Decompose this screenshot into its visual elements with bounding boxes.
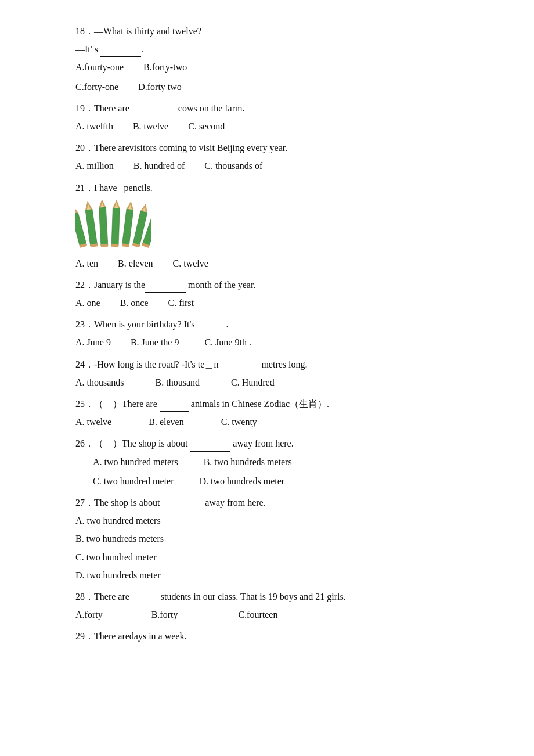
svg-rect-16	[122, 208, 134, 246]
q24-option-b: B. thousand	[156, 377, 200, 387]
svg-rect-11	[101, 243, 108, 247]
question-18: 18．—What is thirty and twelve? —It' s . …	[75, 23, 476, 95]
q20-option-b: B. hundred of	[134, 161, 185, 171]
q18-options-2: C.forty-one D.forty two	[75, 79, 476, 95]
q25-options: A. twelve B. eleven C. twenty	[75, 414, 476, 430]
q25-text: 25．（ ）There are animals in Chinese Zodia…	[75, 396, 476, 412]
q24-option-a: A. thousands	[75, 377, 124, 387]
question-29: 29．There aredays in a week.	[75, 628, 476, 644]
q21-text: 21．I have pencils.	[75, 180, 476, 196]
q28-blank	[132, 604, 161, 604]
q22-option-c: C. first	[168, 298, 194, 308]
q28-option-c: C.fourteen	[238, 610, 277, 620]
q27-option-d: D. two hundreds meter	[75, 567, 476, 583]
q25-blank	[160, 411, 189, 412]
q25-option-c: C. twenty	[221, 417, 257, 427]
q26-options-row2: C. two hundred meter D. two hundreds met…	[93, 473, 476, 489]
q23-blank	[197, 332, 226, 332]
svg-rect-12	[111, 207, 120, 245]
q26-options-row1: A. two hundred meters B. two hundreds me…	[93, 454, 476, 470]
q20-option-a: A. million	[75, 161, 114, 171]
q22-text: 22．January is the month of the year.	[75, 277, 476, 293]
q26-options: A. two hundred meters B. two hundreds me…	[93, 454, 476, 489]
q22-option-b: B. once	[120, 298, 149, 308]
q26-option-d: D. two hundreds meter	[200, 476, 285, 486]
q22-blank	[145, 292, 186, 293]
q29-text: 29．There aredays in a week.	[75, 628, 476, 644]
q23-option-c: C. June 9th .	[204, 337, 251, 347]
q28-option-b: B.forty	[151, 610, 178, 620]
q21-options: A. ten B. eleven C. twelve	[75, 255, 476, 271]
q27-option-c: C. two hundred meter	[75, 549, 476, 565]
q28-option-a: A.forty	[75, 610, 103, 620]
q19-blank	[132, 116, 178, 116]
exam-content: 18．—What is thirty and twelve? —It' s . …	[75, 23, 476, 644]
q18-options: A.fourty-one B.forty-two	[75, 59, 476, 75]
q26-option-a: A. two hundred meters	[93, 457, 178, 467]
q27-text: 27．The shop is about away from here.	[75, 495, 476, 510]
q18-option-c: C.forty-one	[75, 82, 118, 92]
q27-option-b: B. two hundreds meters	[75, 531, 476, 546]
q28-text: 28．There are students in our class. That…	[75, 589, 476, 604]
q19-option-c: C. second	[188, 121, 225, 131]
svg-rect-8	[99, 207, 107, 246]
q18-subtext: —It' s .	[75, 41, 476, 57]
q18-option-a: A.fourty-one	[75, 62, 124, 72]
q18-text: 18．—What is thirty and twelve?	[75, 23, 476, 39]
q23-options: A. June 9 B. June the 9 C. June 9th .	[75, 334, 476, 350]
q19-option-a: A. twelfth	[75, 121, 113, 131]
q18-option-d: D.forty two	[138, 82, 182, 92]
q24-option-c: C. Hundred	[231, 377, 275, 387]
q20-option-c: C. thousands of	[204, 161, 262, 171]
q26-option-c: C. two hundred meter	[93, 476, 174, 486]
q25-option-a: A. twelve	[75, 417, 111, 427]
q19-option-b: B. twelve	[133, 121, 168, 131]
svg-rect-15	[111, 243, 118, 246]
q18-option-b: B.forty-two	[143, 62, 187, 72]
svg-rect-4	[85, 209, 98, 246]
q26-option-b: B. two hundreds meters	[204, 457, 292, 467]
q20-options: A. million B. hundred of C. thousands of	[75, 158, 476, 174]
question-19: 19．There are cows on the farm. A. twelft…	[75, 100, 476, 134]
question-24: 24．-How long is the road? -It's te＿n met…	[75, 357, 476, 390]
q18-blank	[100, 56, 141, 57]
q25-option-b: B. eleven	[149, 417, 183, 427]
question-28: 28．There are students in our class. That…	[75, 589, 476, 622]
q23-text: 23．When is your birthday? It's .	[75, 316, 476, 332]
q27-blank	[162, 510, 203, 510]
q27-option-a: A. two hundred meters	[75, 513, 476, 528]
q28-options: A.forty B.forty C.fourteen	[75, 607, 476, 622]
q23-option-a: A. June 9	[75, 337, 111, 347]
q24-options: A. thousands B. thousand C. Hundred	[75, 375, 476, 390]
q20-text: 20．There arevisitors coming to visit Bei…	[75, 140, 476, 156]
q26-blank	[190, 451, 230, 452]
question-22: 22．January is the month of the year. A. …	[75, 277, 476, 311]
q22-option-a: A. one	[75, 298, 100, 308]
question-23: 23．When is your birthday? It's . A. June…	[75, 316, 476, 350]
question-25: 25．（ ）There are animals in Chinese Zodia…	[75, 396, 476, 430]
q23-option-b: B. June the 9	[131, 337, 179, 347]
q21-option-a: A. ten	[75, 258, 98, 268]
q21-option-c: C. twelve	[173, 258, 208, 268]
pencils-svg	[75, 200, 151, 250]
svg-rect-0	[75, 212, 86, 246]
question-26: 26．（ ）The shop is about away from here. …	[75, 435, 476, 489]
q24-blank	[218, 372, 259, 372]
q22-options: A. one B. once C. first	[75, 295, 476, 311]
question-20: 20．There arevisitors coming to visit Bei…	[75, 140, 476, 174]
q27-options: A. two hundred meters B. two hundreds me…	[75, 513, 476, 583]
q21-option-b: B. eleven	[118, 258, 153, 268]
question-27: 27．The shop is about away from here. A. …	[75, 495, 476, 583]
pencils-image	[75, 200, 476, 250]
q19-options: A. twelfth B. twelve C. second	[75, 118, 476, 134]
q19-text: 19．There are cows on the farm.	[75, 100, 476, 116]
q24-text: 24．-How long is the road? -It's te＿n met…	[75, 357, 476, 372]
q26-text: 26．（ ）The shop is about away from here.	[75, 435, 476, 451]
question-21: 21．I have pencils.	[75, 180, 476, 271]
